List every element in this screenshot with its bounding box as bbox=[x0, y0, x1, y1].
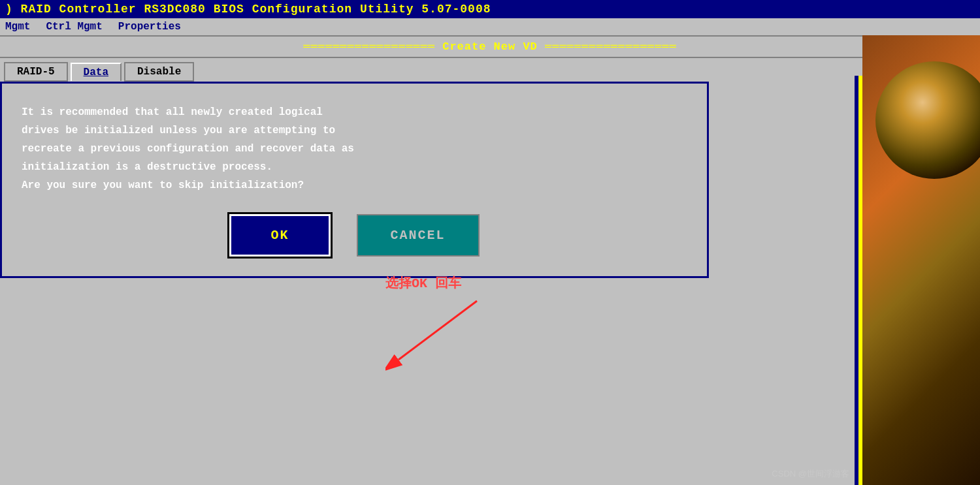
tab-disable[interactable]: Disable bbox=[124, 62, 194, 82]
menu-item-properties[interactable]: Properties bbox=[118, 21, 181, 33]
menu-bar: Mgmt Ctrl Mgmt Properties bbox=[0, 18, 980, 35]
cancel-button[interactable]: CANCEL bbox=[357, 214, 480, 257]
dialog-line4: initialization is a destructive process. bbox=[22, 158, 687, 176]
dialog-line1: It is recommended that all newly created… bbox=[22, 103, 687, 121]
disc-circle bbox=[875, 61, 980, 179]
dialog-line5: Are you sure you want to skip initializa… bbox=[22, 176, 687, 195]
dialog-line2: drives be initialized unless you are att… bbox=[22, 121, 687, 140]
tab-raid5[interactable]: RAID-5 bbox=[4, 62, 68, 82]
svg-line-1 bbox=[399, 301, 477, 360]
screen: ) RAID Controller RS3DC080 BIOS Configur… bbox=[0, 0, 980, 485]
watermark: CSDN @世间浮游客 bbox=[772, 468, 849, 480]
menu-item-ctrl-mgmt[interactable]: Ctrl Mgmt bbox=[46, 21, 102, 33]
ok-button[interactable]: OK bbox=[229, 214, 330, 257]
create-vd-header: ══════════════════ Create New VD ═══════… bbox=[0, 35, 980, 58]
tabs-row: RAID-5 Data Disable bbox=[0, 58, 980, 82]
annotation: 选择OK 回车 bbox=[385, 274, 516, 373]
main-area: ══════════════════ Create New VD ═══════… bbox=[0, 35, 980, 485]
annotation-arrow bbox=[385, 294, 516, 373]
menu-item-mgmt[interactable]: Mgmt bbox=[5, 21, 30, 33]
dialog-text: It is recommended that all newly created… bbox=[22, 103, 687, 195]
left-panel: It is recommended that all newly created… bbox=[0, 82, 889, 485]
disc-decoration bbox=[862, 35, 980, 485]
annotation-text: 选择OK 回车 bbox=[385, 274, 461, 292]
title-text: ) RAID Controller RS3DC080 BIOS Configur… bbox=[5, 3, 491, 16]
tab-data[interactable]: Data bbox=[71, 63, 122, 81]
dialog-line3: recreate a previous configuration and re… bbox=[22, 140, 687, 158]
dialog-box: It is recommended that all newly created… bbox=[0, 82, 709, 278]
title-bar: ) RAID Controller RS3DC080 BIOS Configur… bbox=[0, 0, 980, 18]
content-wrapper: It is recommended that all newly created… bbox=[0, 82, 980, 485]
buttons-row: OK CANCEL bbox=[22, 214, 687, 257]
